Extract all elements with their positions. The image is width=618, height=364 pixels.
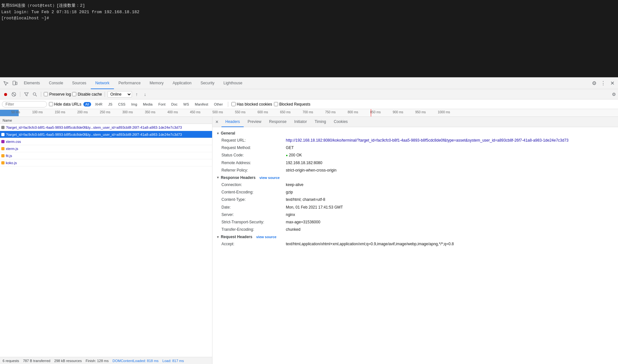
detail-tab-initiator[interactable]: Initiator: [290, 117, 311, 127]
search-icon[interactable]: [31, 91, 38, 98]
response-transfer-row: Transfer-Encoding: chunked: [212, 226, 618, 233]
tab-elements[interactable]: Elements: [19, 78, 44, 89]
date-val: Mon, 01 Feb 2021 17:41:53 GMT: [286, 204, 343, 210]
request-headers-chevron: ▼: [216, 235, 220, 239]
filter-icon[interactable]: [23, 91, 30, 98]
disable-cache-checkbox[interactable]: [72, 92, 76, 96]
throttle-select[interactable]: Online Fast 3G Slow 3G Offline: [108, 91, 132, 98]
details-panel: × Headers Preview Response Initiator Tim…: [212, 117, 618, 364]
request-name-css: xterm.css: [6, 140, 21, 144]
export-icon[interactable]: ↓: [142, 91, 149, 98]
tab-security[interactable]: Security: [196, 78, 219, 89]
general-section-header[interactable]: ▼ General: [212, 130, 618, 137]
request-name-xterm-js: xterm.js: [6, 147, 18, 151]
preserve-log-checkbox[interactable]: [44, 92, 48, 96]
tick-600: 600 ms: [258, 110, 268, 114]
request-row-fit-js[interactable]: fit.js: [0, 152, 212, 159]
close-details-button[interactable]: ×: [212, 117, 221, 126]
disable-cache-label[interactable]: Disable cache: [72, 92, 102, 97]
devtools-panel: Elements Console Sources Network Perform…: [0, 77, 618, 364]
tab-memory[interactable]: Memory: [145, 78, 168, 89]
device-toggle-icon[interactable]: [10, 79, 19, 88]
request-headers-view-source[interactable]: view source: [256, 235, 276, 239]
request-icon-css: [1, 140, 5, 143]
import-icon[interactable]: ↑: [133, 91, 140, 98]
tab-performance[interactable]: Performance: [114, 78, 145, 89]
request-row-xterm-js[interactable]: xterm.js: [0, 145, 212, 152]
close-devtools-icon[interactable]: ✕: [608, 79, 617, 88]
blocked-requests-checkbox[interactable]: [274, 102, 278, 106]
settings-icon[interactable]: ⚙: [590, 79, 599, 88]
inspector-icon[interactable]: [1, 79, 10, 88]
timeline-red-line: [371, 109, 371, 117]
type-btn-ws[interactable]: WS: [182, 102, 191, 107]
terminal-line-3[interactable]: [root@localhost ~]#: [1, 15, 617, 22]
response-encoding-row: Content-Encoding: gzip: [212, 189, 618, 196]
detail-tab-cookies[interactable]: Cookies: [330, 117, 351, 127]
tab-network[interactable]: Network: [91, 78, 114, 89]
timeline-bar: 50 ms 100 ms 150 ms 200 ms 250 ms 300 ms…: [0, 109, 618, 117]
clear-button[interactable]: [10, 91, 17, 98]
tick-700: 700 ms: [303, 110, 313, 114]
tick-100: 100 ms: [32, 110, 43, 114]
has-blocked-cookies-label[interactable]: Has blocked cookies: [231, 102, 272, 107]
request-row-css[interactable]: xterm.css: [0, 138, 212, 145]
request-row-selected[interactable]: ?target_id=fac9cfc0-b8f1-4aa5-9893-b8f5c…: [0, 131, 212, 138]
request-row[interactable]: ?target_id=fac9cfc0-b8f1-4aa5-9893-b8f5c…: [0, 124, 212, 131]
referrer-row: Referrer Policy: strict-origin-when-cros…: [212, 167, 618, 174]
tick-800: 800 ms: [348, 110, 358, 114]
type-btn-css[interactable]: CSS: [116, 102, 127, 107]
hide-data-urls-label[interactable]: Hide data URLs: [49, 102, 81, 107]
sts-val: max-age=31536000: [286, 219, 320, 225]
response-headers-section[interactable]: ▼ Response Headers view source: [212, 174, 618, 181]
tick-850: 850 ms: [370, 110, 381, 114]
tab-lighthouse[interactable]: Lighthouse: [219, 78, 247, 89]
has-blocked-cookies-checkbox[interactable]: [231, 102, 236, 106]
tick-950: 950 ms: [415, 110, 426, 114]
hide-data-urls-checkbox[interactable]: [49, 102, 53, 106]
type-btn-other[interactable]: Other: [212, 102, 225, 107]
response-headers-view-source[interactable]: view source: [259, 176, 280, 180]
response-headers-chevron: ▼: [216, 176, 220, 179]
terminal-line-1: 复用SSH连接（root@test）[连接数量：2]: [1, 3, 617, 9]
type-btn-all[interactable]: All: [83, 102, 91, 107]
record-button[interactable]: ⏺: [2, 91, 9, 98]
detail-tab-timing[interactable]: Timing: [311, 117, 330, 127]
request-name-fit-js: fit.js: [6, 154, 12, 158]
detail-tab-response[interactable]: Response: [265, 117, 290, 127]
tick-650: 650 ms: [280, 110, 291, 114]
blocked-requests-label[interactable]: Blocked Requests: [274, 102, 310, 107]
tick-400: 400 ms: [167, 110, 178, 114]
request-row-koko-js[interactable]: koko.js: [0, 159, 212, 166]
more-options-icon[interactable]: ⋮: [599, 79, 608, 88]
tab-sources[interactable]: Sources: [68, 78, 91, 89]
type-btn-img[interactable]: Img: [129, 102, 139, 107]
content-encoding-val: gzip: [286, 189, 293, 195]
type-btn-doc[interactable]: Doc: [169, 102, 180, 107]
transferred-size: 787 B transferred: [23, 359, 50, 363]
network-toolbar: ⏺ Preserve log Disable cache Online Fast…: [0, 89, 618, 99]
requests-empty-space: [0, 166, 212, 357]
tab-application[interactable]: Application: [168, 78, 196, 89]
requests-header: Name: [0, 117, 212, 124]
tick-900: 900 ms: [393, 110, 403, 114]
network-settings-icon[interactable]: ⚙: [612, 92, 616, 97]
filter-bar: Hide data URLs All XHR JS CSS Img Media …: [0, 99, 618, 109]
type-btn-media[interactable]: Media: [141, 102, 154, 107]
preserve-log-label[interactable]: Preserve log: [44, 92, 71, 97]
svg-line-3: [13, 93, 15, 96]
status-green-dot: ●: [286, 154, 288, 157]
request-icon-koko-js: [1, 161, 5, 164]
type-btn-font[interactable]: Font: [156, 102, 167, 107]
type-btn-xhr[interactable]: XHR: [93, 102, 104, 107]
detail-tab-preview[interactable]: Preview: [244, 117, 265, 127]
request-headers-section[interactable]: ▼ Request Headers view source: [212, 233, 618, 240]
filter-input[interactable]: [2, 101, 47, 107]
type-btn-manifest[interactable]: Manifest: [193, 102, 210, 107]
finish-time: Finish: 128 ms: [86, 359, 109, 363]
status-key: Status Code:: [221, 152, 286, 158]
type-btn-js[interactable]: JS: [106, 102, 114, 107]
tab-console[interactable]: Console: [44, 78, 68, 89]
response-headers-title: Response Headers: [221, 175, 256, 180]
detail-tab-headers[interactable]: Headers: [221, 117, 244, 127]
